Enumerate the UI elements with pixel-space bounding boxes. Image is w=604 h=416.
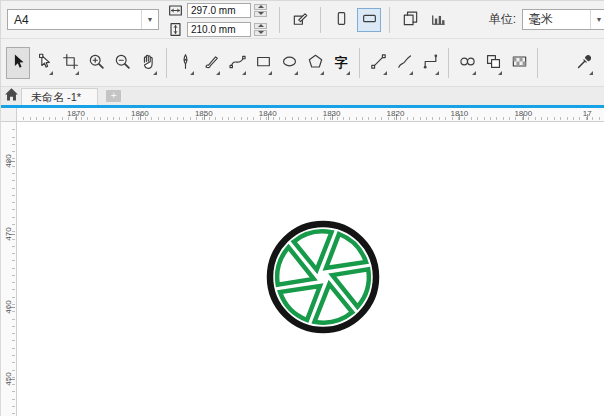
ruler-tick xyxy=(573,117,574,120)
ruler-tick xyxy=(471,117,472,120)
ruler-tick xyxy=(407,117,408,120)
chevron-down-icon xyxy=(590,10,604,29)
portrait-icon xyxy=(333,10,350,30)
pick-tool[interactable] xyxy=(6,47,30,79)
page-size-preset-value: A4 xyxy=(14,13,29,27)
flyout-caret-icon xyxy=(49,71,53,75)
ruler-label: 1800 xyxy=(514,109,532,118)
flyout-caret-icon xyxy=(216,71,220,75)
chevron-down-icon xyxy=(141,10,158,29)
ruler-tick xyxy=(234,117,235,120)
flyout-caret-icon xyxy=(472,71,476,75)
ruler-row: 1870186018501840183018201810180017 xyxy=(1,108,604,122)
pan-icon xyxy=(140,53,157,73)
ruler-tick xyxy=(170,117,171,120)
ruler-tick xyxy=(535,117,536,120)
document-tab-bar: 未命名 -1* + xyxy=(1,87,604,105)
freehand-tool[interactable] xyxy=(392,47,416,79)
zoom-in-tool[interactable] xyxy=(84,47,108,79)
ruler-tick xyxy=(503,117,504,120)
horizontal-ruler[interactable]: 1870186018501840183018201810180017 xyxy=(17,108,604,122)
ruler-tick xyxy=(490,117,491,120)
current-page-button[interactable] xyxy=(426,8,450,32)
ruler-tick xyxy=(509,117,510,120)
ruler-tick xyxy=(12,129,15,130)
ruler-tick xyxy=(484,117,485,120)
home-button[interactable] xyxy=(1,87,21,105)
ruler-tick xyxy=(49,117,50,120)
connector-icon xyxy=(422,53,439,73)
rectangle-tool[interactable] xyxy=(251,47,275,79)
ruler-tick xyxy=(349,117,350,120)
bspline-tool[interactable] xyxy=(225,47,249,79)
ruler-label: 460 xyxy=(4,299,14,315)
ruler-tick xyxy=(55,117,56,120)
landscape-icon xyxy=(361,10,378,30)
freehand-icon xyxy=(396,53,413,73)
eyedropper-tool[interactable] xyxy=(572,47,596,79)
crop-tool[interactable] xyxy=(58,47,82,79)
ruler-origin-corner[interactable] xyxy=(1,108,17,122)
ruler-tick xyxy=(420,117,421,120)
portrait-button[interactable] xyxy=(329,8,353,32)
flyout-caret-icon xyxy=(294,71,298,75)
brush-icon xyxy=(203,53,220,73)
text-tool[interactable]: 字 xyxy=(329,47,353,79)
landscape-button[interactable] xyxy=(357,8,381,32)
bspline-icon xyxy=(229,53,246,73)
pan-tool[interactable] xyxy=(136,47,160,79)
flyout-caret-icon xyxy=(75,71,79,75)
ruler-tick xyxy=(126,117,127,120)
ruler-tick xyxy=(547,117,548,120)
ruler-tick xyxy=(12,319,15,320)
ruler-tick xyxy=(190,117,191,120)
zoom-out-icon xyxy=(114,53,131,73)
ellipse-icon xyxy=(281,53,298,73)
ruler-tick xyxy=(183,117,184,120)
ruler-tick xyxy=(343,117,344,120)
ruler-tick xyxy=(413,117,414,120)
ellipse-tool[interactable] xyxy=(277,47,301,79)
units-dropdown[interactable]: 毫米 xyxy=(522,9,604,30)
ruler-tick xyxy=(12,340,15,341)
flyout-caret-icon xyxy=(435,71,439,75)
page-height-input[interactable] xyxy=(187,22,251,37)
vertical-ruler[interactable]: 480470460450 xyxy=(1,122,17,416)
page-size-preset-dropdown[interactable]: A4 xyxy=(7,9,159,30)
polygon-tool[interactable] xyxy=(303,47,327,79)
brush-tool[interactable] xyxy=(199,47,223,79)
ruler-tick xyxy=(12,333,15,334)
page-width-input[interactable] xyxy=(187,3,251,18)
page-width-icon xyxy=(167,2,184,19)
shape-tool[interactable] xyxy=(32,47,56,79)
flyout-caret-icon xyxy=(190,71,194,75)
contour-tool[interactable] xyxy=(481,47,505,79)
document-tab[interactable]: 未命名 -1* xyxy=(21,88,98,105)
blend-tool[interactable] xyxy=(455,47,479,79)
current-page-icon xyxy=(430,10,447,30)
ruler-tick xyxy=(12,406,15,407)
rectangle-icon xyxy=(255,53,272,73)
ruler-tick xyxy=(12,246,15,247)
page-height-spinner[interactable] xyxy=(254,23,267,36)
page-width-spinner[interactable] xyxy=(254,4,267,17)
ruler-tick xyxy=(12,260,15,261)
page-edit-button[interactable] xyxy=(288,8,312,32)
transparency-tool[interactable] xyxy=(507,47,531,79)
flyout-caret-icon xyxy=(589,71,593,75)
shape-icon xyxy=(36,53,53,73)
ruler-tick xyxy=(477,117,478,120)
new-page-button[interactable]: + xyxy=(106,90,121,102)
all-pages-button[interactable] xyxy=(398,8,422,32)
canvas[interactable] xyxy=(17,122,604,416)
line-tool[interactable] xyxy=(366,47,390,79)
zoom-out-tool[interactable] xyxy=(110,47,134,79)
connector-tool[interactable] xyxy=(418,47,442,79)
pen-nib-tool[interactable] xyxy=(173,47,197,79)
separator xyxy=(166,48,167,78)
ruler-tick xyxy=(12,362,15,363)
ruler-tick xyxy=(560,117,561,120)
logo-graphic[interactable] xyxy=(262,216,384,338)
ruler-tick xyxy=(36,117,37,120)
ruler-tick xyxy=(12,137,15,138)
